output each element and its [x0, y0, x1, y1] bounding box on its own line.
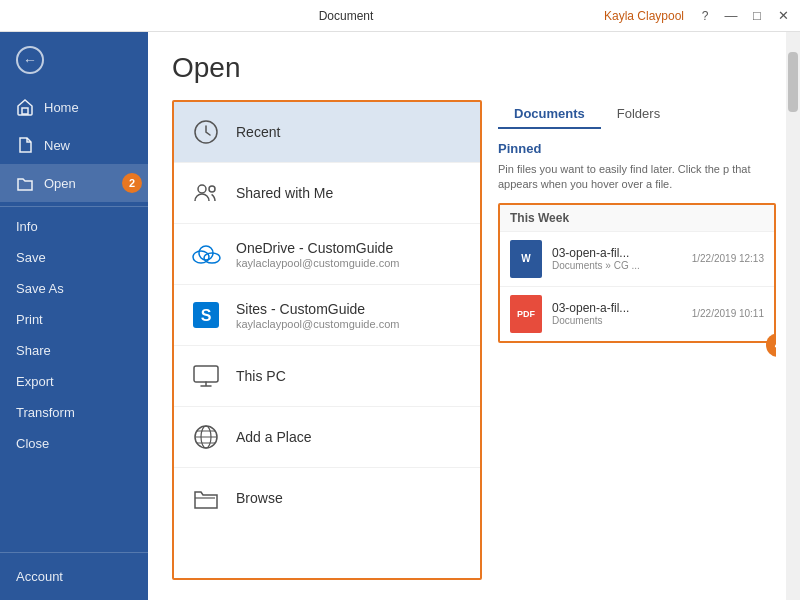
file-item-1[interactable]: W 03-open-a-fil... Documents » CG ... 1/… — [500, 231, 774, 286]
people-icon — [190, 177, 222, 209]
pdf-file-icon: PDF — [510, 295, 542, 333]
pdf-icon-label: PDF — [517, 309, 535, 319]
svg-point-2 — [198, 185, 206, 193]
file-details-2: 03-open-a-fil... Documents — [552, 301, 682, 326]
location-shared[interactable]: Shared with Me — [174, 163, 480, 224]
location-sites-sub: kaylaclaypool@customguide.com — [236, 318, 399, 330]
close-button[interactable]: ✕ — [774, 7, 792, 25]
sidebar-item-transform-label: Transform — [16, 405, 75, 420]
location-browse[interactable]: Browse — [174, 468, 480, 528]
scrollbar-thumb[interactable] — [788, 52, 798, 112]
this-week-section: This Week W 03-open-a-fil... Documents »… — [498, 203, 776, 343]
files-panel: Documents Folders Pinned Pin files you w… — [498, 100, 776, 580]
sidebar-item-open-label: Open — [44, 176, 76, 191]
pc-icon — [190, 360, 222, 392]
location-thispc-label: This PC — [236, 368, 286, 384]
folder-open-icon — [190, 482, 222, 514]
word-icon-label: W — [521, 253, 530, 264]
window-title: Document — [88, 9, 604, 23]
sidebar-item-save[interactable]: Save — [0, 242, 148, 273]
sidebar-divider-1 — [0, 206, 148, 207]
file-date-2: 1/22/2019 10:11 — [692, 308, 764, 319]
file-details-1: 03-open-a-fil... Documents » CG ... — [552, 246, 682, 271]
location-recent-label: Recent — [236, 124, 280, 140]
new-doc-icon — [16, 136, 34, 154]
sidebar: ← Home New Open 2 — [0, 32, 148, 600]
location-thispc[interactable]: This PC — [174, 346, 480, 407]
sidebar-item-save-as-label: Save As — [16, 281, 64, 296]
location-addplace-label: Add a Place — [236, 429, 312, 445]
location-addplace[interactable]: Add a Place — [174, 407, 480, 468]
sidebar-item-new[interactable]: New — [0, 126, 148, 164]
location-sites-label: Sites - CustomGuide — [236, 301, 399, 317]
sidebar-item-info-label: Info — [16, 219, 38, 234]
location-sites[interactable]: S Sites - CustomGuide kaylaclaypool@cust… — [174, 285, 480, 346]
sidebar-item-home-label: Home — [44, 100, 79, 115]
sidebar-item-home[interactable]: Home — [0, 88, 148, 126]
globe-icon — [190, 421, 222, 453]
sidebar-item-info[interactable]: Info — [0, 211, 148, 242]
file-path-1: Documents » CG ... — [552, 260, 682, 271]
titlebar: Document Kayla Claypool ? — □ ✕ — [0, 0, 800, 32]
scrollbar[interactable] — [786, 32, 800, 600]
sidebar-item-open[interactable]: Open 2 — [0, 164, 148, 202]
user-name: Kayla Claypool — [604, 9, 684, 23]
file-date-1: 1/22/2019 12:13 — [692, 253, 764, 264]
sidebar-item-account-label: Account — [16, 569, 63, 584]
location-recent[interactable]: Recent — [174, 102, 480, 163]
content-body: Recent Shared with Me — [172, 100, 776, 580]
app-container: ← Home New Open 2 — [0, 32, 800, 600]
clock-icon — [190, 116, 222, 148]
cloud-icon — [190, 238, 222, 270]
file-name-2: 03-open-a-fil... — [552, 301, 682, 315]
sidebar-back[interactable]: ← — [0, 32, 148, 88]
file-item-2[interactable]: PDF 03-open-a-fil... Documents 1/22/2019… — [500, 286, 774, 341]
location-browse-label: Browse — [236, 490, 283, 506]
locations-panel: Recent Shared with Me — [172, 100, 482, 580]
location-shared-label: Shared with Me — [236, 185, 333, 201]
svg-rect-9 — [194, 366, 218, 382]
sidebar-item-export[interactable]: Export — [0, 366, 148, 397]
pinned-section-title: Pinned — [498, 141, 776, 156]
sharepoint-icon: S — [190, 299, 222, 331]
file-name-1: 03-open-a-fil... — [552, 246, 682, 260]
location-onedrive-label: OneDrive - CustomGuide — [236, 240, 399, 256]
window-controls: ? — □ ✕ — [696, 7, 792, 25]
pinned-description: Pin files you want to easily find later.… — [498, 162, 776, 193]
page-title: Open — [172, 52, 776, 84]
sidebar-item-new-label: New — [44, 138, 70, 153]
sidebar-item-share-label: Share — [16, 343, 51, 358]
svg-point-5 — [204, 253, 220, 263]
tab-folders[interactable]: Folders — [601, 100, 676, 129]
sidebar-item-close-label: Close — [16, 436, 49, 451]
tab-documents[interactable]: Documents — [498, 100, 601, 129]
this-week-wrapper: This Week W 03-open-a-fil... Documents »… — [498, 203, 776, 343]
restore-button[interactable]: □ — [748, 7, 766, 25]
main-content: Open Recent — [148, 32, 800, 600]
word-file-icon: W — [510, 240, 542, 278]
back-button[interactable]: ← — [16, 46, 44, 74]
badge-2: 2 — [122, 173, 142, 193]
sidebar-item-account[interactable]: Account — [0, 561, 148, 592]
minimize-button[interactable]: — — [722, 7, 740, 25]
location-onedrive[interactable]: OneDrive - CustomGuide kaylaclaypool@cus… — [174, 224, 480, 285]
svg-text:S: S — [201, 307, 212, 324]
sidebar-item-share[interactable]: Share — [0, 335, 148, 366]
files-tabs: Documents Folders — [498, 100, 776, 129]
this-week-title: This Week — [500, 205, 774, 231]
svg-point-3 — [209, 186, 215, 192]
sidebar-item-print-label: Print — [16, 312, 43, 327]
sidebar-item-export-label: Export — [16, 374, 54, 389]
sidebar-bottom: Account — [0, 552, 148, 600]
file-path-2: Documents — [552, 315, 682, 326]
back-arrow-icon: ← — [23, 52, 37, 68]
help-icon[interactable]: ? — [696, 7, 714, 25]
svg-rect-0 — [22, 108, 28, 114]
sidebar-item-save-as[interactable]: Save As 3 — [0, 273, 148, 304]
folder-icon — [16, 174, 34, 192]
sidebar-item-print[interactable]: Print — [0, 304, 148, 335]
location-onedrive-sub: kaylaclaypool@customguide.com — [236, 257, 399, 269]
sidebar-item-close[interactable]: Close — [0, 428, 148, 459]
sidebar-item-transform[interactable]: Transform — [0, 397, 148, 428]
sidebar-item-save-label: Save — [16, 250, 46, 265]
